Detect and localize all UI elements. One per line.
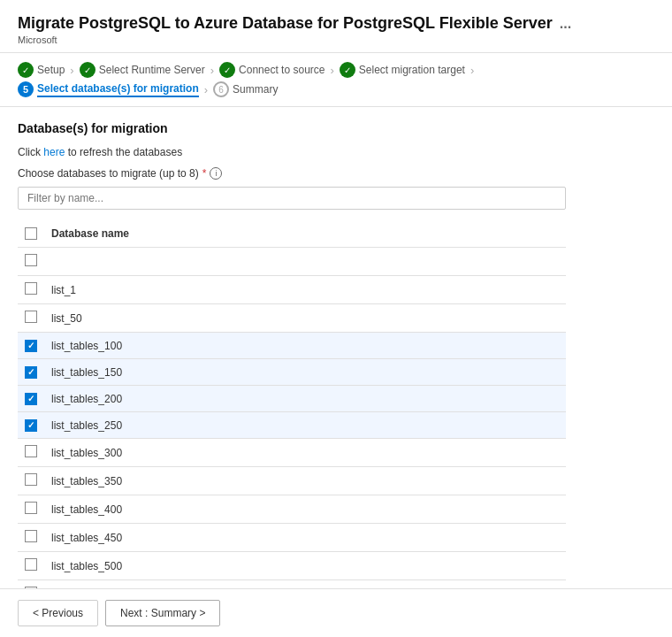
db-name-header_check bbox=[44, 248, 566, 276]
page-header: Migrate PostgreSQL to Azure Database for… bbox=[0, 0, 672, 53]
checkbox-list_tables_100[interactable] bbox=[25, 340, 37, 352]
db-name-list_tables_400: list_tables_400 bbox=[44, 495, 566, 524]
checkbox-cell-list_tables_250 bbox=[18, 412, 44, 439]
table-row[interactable]: list_1 bbox=[18, 276, 566, 304]
checkbox-cell-list_50 bbox=[18, 304, 44, 333]
checkbox-cell-list_tables_350 bbox=[18, 467, 44, 495]
footer: < Previous Next : Summary > bbox=[0, 588, 672, 637]
checkbox-list_1[interactable] bbox=[25, 282, 37, 295]
step-icon-setup: ✓ bbox=[18, 62, 34, 78]
step-label-setup: Setup bbox=[37, 64, 65, 76]
step-separator-3: › bbox=[470, 64, 474, 77]
table-row[interactable]: list_tables_150 bbox=[18, 359, 566, 386]
step-label-databases: Select database(s) for migration bbox=[37, 82, 199, 97]
info-icon[interactable]: i bbox=[210, 167, 222, 180]
db-name-list_tables_350: list_tables_350 bbox=[44, 467, 566, 495]
previous-button[interactable]: < Previous bbox=[18, 600, 98, 626]
checkbox-cell-list_tables_400 bbox=[18, 495, 44, 524]
step-icon-connect: ✓ bbox=[219, 62, 235, 78]
wizard-step-runtime[interactable]: ✓Select Runtime Server bbox=[80, 62, 205, 78]
db-name-list_tables_200: list_tables_200 bbox=[44, 386, 566, 412]
refresh-prefix: Click bbox=[18, 146, 43, 158]
table-row[interactable]: list_tables_200 bbox=[18, 386, 566, 412]
db-name-list_tables_150: list_tables_150 bbox=[44, 359, 566, 386]
db-name-list_tables_300: list_tables_300 bbox=[44, 439, 566, 467]
checkbox-cell-list_tables_100 bbox=[18, 333, 44, 359]
checkbox-list_50[interactable] bbox=[25, 311, 37, 323]
db-name-list_tables_450: list_tables_450 bbox=[44, 524, 566, 552]
table-row[interactable] bbox=[18, 248, 566, 276]
checkbox-list_tables_500[interactable] bbox=[25, 558, 37, 571]
step-separator-1: › bbox=[210, 64, 214, 77]
wizard-steps: ✓Setup›✓Select Runtime Server›✓Connect t… bbox=[0, 53, 672, 107]
table-row[interactable]: list_50 bbox=[18, 304, 566, 333]
page-title: Migrate PostgreSQL to Azure Database for… bbox=[18, 14, 654, 33]
step-icon-databases: 5 bbox=[18, 81, 34, 97]
checkbox-cell-list_tables_200 bbox=[18, 386, 44, 412]
wizard-step-summary[interactable]: 6Summary bbox=[213, 81, 278, 97]
table-header-row: Database name bbox=[18, 220, 566, 248]
step-label-connect: Connect to source bbox=[239, 64, 325, 76]
db-name-list_50: list_50 bbox=[44, 304, 566, 333]
checkbox-cell-list_tables_450 bbox=[18, 524, 44, 552]
ellipsis-button[interactable]: ... bbox=[560, 16, 571, 32]
checkbox-cell-list_tables_150 bbox=[18, 359, 44, 386]
db-name-list_1: list_1 bbox=[44, 276, 566, 304]
title-text: Migrate PostgreSQL to Azure Database for… bbox=[18, 14, 553, 33]
main-content: Database(s) for migration Click here to … bbox=[0, 107, 672, 637]
step-separator-0: › bbox=[70, 64, 73, 77]
table-row[interactable]: list_tables_400 bbox=[18, 495, 566, 524]
header-subtitle: Microsoft bbox=[18, 35, 654, 45]
table-row[interactable]: list_tables_500 bbox=[18, 552, 566, 580]
refresh-suffix: to refresh the databases bbox=[65, 146, 182, 158]
checkbox-list_tables_200[interactable] bbox=[25, 393, 37, 405]
required-indicator: * bbox=[202, 167, 207, 180]
database-table: Database name list_1list_50list_tables_1… bbox=[18, 220, 566, 637]
wizard-step-target[interactable]: ✓Select migration target bbox=[340, 62, 465, 78]
checkbox-list_tables_350[interactable] bbox=[25, 473, 37, 486]
checkbox-list_tables_450[interactable] bbox=[25, 530, 37, 542]
table-row[interactable]: list_tables_100 bbox=[18, 333, 566, 359]
checkbox-list_tables_250[interactable] bbox=[25, 419, 37, 432]
section-title: Database(s) for migration bbox=[18, 121, 654, 135]
header-checkbox-cell bbox=[18, 220, 44, 248]
wizard-step-setup[interactable]: ✓Setup bbox=[18, 62, 65, 78]
step-label-target: Select migration target bbox=[359, 64, 465, 76]
checkbox-cell-header_check bbox=[18, 248, 44, 276]
step-separator-2: › bbox=[330, 64, 333, 77]
table-row[interactable]: list_tables_300 bbox=[18, 439, 566, 467]
checkbox-cell-list_1 bbox=[18, 276, 44, 304]
checkbox-header_check[interactable] bbox=[25, 254, 37, 266]
filter-input[interactable] bbox=[18, 187, 566, 210]
step-separator-4: › bbox=[204, 83, 208, 96]
select-all-checkbox[interactable] bbox=[25, 227, 37, 240]
refresh-link[interactable]: here bbox=[43, 146, 65, 158]
checkbox-cell-list_tables_500 bbox=[18, 552, 44, 580]
choose-label: Choose databases to migrate (up to 8) * … bbox=[18, 167, 654, 180]
wizard-step-connect[interactable]: ✓Connect to source bbox=[219, 62, 325, 78]
refresh-text: Click here to refresh the databases bbox=[18, 146, 654, 158]
column-header-name: Database name bbox=[44, 220, 566, 248]
step-icon-target: ✓ bbox=[340, 62, 355, 78]
table-body: list_1list_50list_tables_100list_tables_… bbox=[18, 248, 566, 637]
step-icon-runtime: ✓ bbox=[80, 62, 95, 78]
table-row[interactable]: list_tables_450 bbox=[18, 524, 566, 552]
checkbox-list_tables_150[interactable] bbox=[25, 366, 37, 379]
choose-label-text: Choose databases to migrate (up to 8) bbox=[18, 167, 199, 180]
step-label-summary: Summary bbox=[233, 83, 278, 96]
db-name-list_tables_500: list_tables_500 bbox=[44, 552, 566, 580]
wizard-step-databases: 5Select database(s) for migration bbox=[18, 81, 199, 97]
table-row[interactable]: list_tables_350 bbox=[18, 467, 566, 495]
step-icon-summary: 6 bbox=[213, 81, 229, 97]
next-button[interactable]: Next : Summary > bbox=[105, 600, 220, 626]
db-name-list_tables_250: list_tables_250 bbox=[44, 412, 566, 439]
checkbox-list_tables_400[interactable] bbox=[25, 502, 37, 514]
db-name-list_tables_100: list_tables_100 bbox=[44, 333, 566, 359]
checkbox-list_tables_300[interactable] bbox=[25, 445, 37, 457]
checkbox-cell-list_tables_300 bbox=[18, 439, 44, 467]
step-label-runtime: Select Runtime Server bbox=[99, 64, 205, 76]
table-row[interactable]: list_tables_250 bbox=[18, 412, 566, 439]
